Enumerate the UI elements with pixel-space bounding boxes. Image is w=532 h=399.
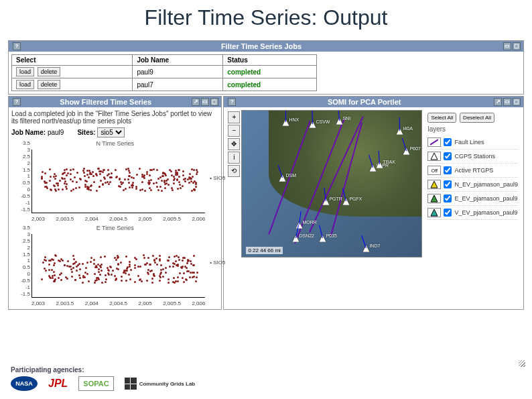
layer-row: Fault Lines [427, 135, 518, 150]
detach-icon[interactable]: ↗ [192, 98, 200, 106]
table-row: load delete paul7 completed [12, 78, 317, 91]
chart-e-ylabels: 3.532.521.510.50-0.5-1-1.5 [11, 225, 30, 297]
layer-checkbox[interactable] [444, 209, 452, 217]
layer-name: V_EV_pjamason_paul9 [454, 209, 517, 216]
svg-line-14 [430, 139, 438, 145]
pan-icon[interactable]: ✥ [228, 138, 240, 150]
layer-swatch-icon [427, 194, 441, 203]
station-label: PGTR [329, 196, 342, 201]
layer-swatch-icon [427, 137, 441, 147]
station-label: SNI [342, 116, 350, 121]
layer-row: N_EV_pjamason_paul9 [427, 178, 518, 192]
portal-container: ? Filter Time Series Jobs ▭ ▢ Select Job… [8, 40, 524, 365]
delete-button[interactable]: delete [38, 67, 61, 76]
map-scale-bar: 0 22 44 66 mi [246, 247, 282, 254]
minimize-icon[interactable]: ▭ [503, 98, 511, 106]
layer-name: Fault Lines [454, 139, 484, 146]
jobs-portlet: ? Filter Time Series Jobs ▭ ▢ Select Job… [8, 40, 524, 95]
station-label: P035 [326, 233, 336, 238]
jobname-label: Job Name: [11, 129, 46, 136]
layer-swatch-icon [427, 208, 441, 217]
chart-e-area[interactable]: • SIO5 [31, 234, 205, 298]
chart-e-legend: • SIO5 [210, 260, 225, 266]
maximize-icon[interactable]: ▢ [513, 42, 521, 50]
layers-title: layers [427, 125, 518, 133]
chart-n-legend: • SIO5 [210, 175, 225, 181]
help-icon[interactable]: ? [13, 98, 21, 106]
station-label: P607 [409, 146, 420, 151]
layer-name: N_EV_pjamason_paul9 [454, 181, 518, 188]
select-all-button[interactable]: Select All [427, 113, 456, 123]
table-row: load delete paul9 completed [12, 66, 317, 78]
station-label: PGFX [349, 196, 362, 201]
agencies-label: Participating agencies: [11, 366, 521, 374]
map-canvas[interactable]: HNXCSVWSNII40AP607HLPRTRAKDSMPGTRPGFXMOR… [241, 110, 422, 258]
maximize-icon[interactable]: ▢ [513, 98, 521, 106]
detach-icon[interactable]: ↗ [494, 98, 502, 106]
map-portlet-title: SOMI for PCA Portlet [236, 98, 492, 106]
layer-checkbox[interactable] [444, 194, 452, 203]
layer-name: CGPS Stations [454, 153, 495, 160]
instruction-text: Load a completed job in the "Filter Time… [11, 110, 218, 125]
layer-checkbox[interactable] [444, 166, 452, 174]
sopac-logo: SOPAC [78, 376, 113, 391]
station-label: HNX [289, 117, 299, 122]
chart-n-area[interactable]: • SIO5 [31, 150, 205, 213]
layers-panel: Select All Deselect All layers Fault Lin… [422, 110, 521, 258]
layer-swatch-icon: Off [427, 166, 441, 175]
map-toolbar: + − ✥ i ⟲ [226, 110, 241, 258]
chart-n-ylabels: 3.532.521.510.50-0.5-1-1.5 [11, 140, 30, 213]
status-cell: completed [223, 78, 317, 91]
layer-checkbox[interactable] [444, 152, 452, 160]
jobs-portlet-header: ? Filter Time Series Jobs ▭ ▢ [9, 41, 523, 52]
delete-button[interactable]: delete [38, 80, 61, 89]
layer-checkbox[interactable] [444, 180, 452, 188]
timeseries-portlet: ? Show Filtered Time Series ↗ ▭ ▢ Load a… [8, 96, 222, 310]
info-icon[interactable]: i [228, 152, 240, 164]
sites-select[interactable]: sio5 [97, 127, 125, 137]
svg-marker-18 [431, 209, 438, 216]
col-select: Select [12, 55, 133, 66]
jpl-logo: JPL [44, 376, 72, 391]
chart-n-xlabels: 2,0032,003.52,0042,004.52,0052,005.52,00… [31, 216, 205, 222]
jobname-value: paul9 [48, 129, 64, 136]
layer-checkbox[interactable] [444, 138, 452, 146]
layer-row: V_EV_pjamason_paul9 [427, 206, 518, 220]
jobs-table: Select Job Name Status load delete paul9… [11, 54, 317, 91]
agencies-section: Participating agencies: NASA JPL SOPAC C… [11, 366, 521, 391]
load-button[interactable]: load [16, 67, 34, 76]
job-name-cell: paul9 [133, 66, 223, 78]
job-name-cell: paul7 [133, 78, 223, 91]
help-icon[interactable]: ? [13, 42, 21, 50]
layer-name: E_EV_pjamason_paul9 [454, 195, 517, 202]
deselect-all-button[interactable]: Deselect All [460, 113, 494, 123]
layer-row: E_EV_pjamason_paul9 [427, 192, 518, 206]
resize-handle-icon[interactable] [519, 360, 525, 367]
station-label: I40A [403, 126, 412, 131]
load-button[interactable]: load [16, 80, 34, 89]
station-label: TRAK [383, 160, 395, 164]
minimize-icon[interactable]: ▭ [201, 98, 209, 106]
help-icon[interactable]: ? [228, 98, 236, 106]
chart-e-title: E Time Series [11, 225, 218, 231]
chart-n-title: N Time Series [11, 140, 218, 147]
station-label: DSN22 [299, 233, 314, 238]
status-cell: completed [223, 66, 317, 78]
col-jobname: Job Name [133, 55, 223, 66]
chart-e: E Time Series 3.532.521.510.50-0.5-1-1.5… [11, 225, 218, 306]
layer-row: CGPS Stations [427, 150, 518, 164]
reset-icon[interactable]: ⟲ [228, 165, 240, 177]
svg-marker-17 [431, 195, 438, 202]
table-header-row: Select Job Name Status [12, 55, 317, 66]
sites-label: Sites: [77, 129, 95, 136]
jobs-portlet-title: Filter Time Series Jobs [21, 42, 502, 50]
zoom-in-icon[interactable]: + [228, 111, 240, 123]
minimize-icon[interactable]: ▭ [503, 42, 511, 50]
maximize-icon[interactable]: ▢ [210, 98, 218, 106]
col-status: Status [223, 55, 317, 66]
zoom-out-icon[interactable]: − [228, 125, 240, 137]
timeseries-portlet-title: Show Filtered Time Series [21, 98, 190, 106]
layer-row: OffActive RTGPS [427, 164, 518, 178]
timeseries-portlet-header: ? Show Filtered Time Series ↗ ▭ ▢ [9, 97, 221, 107]
station-label: MORR [302, 220, 316, 225]
